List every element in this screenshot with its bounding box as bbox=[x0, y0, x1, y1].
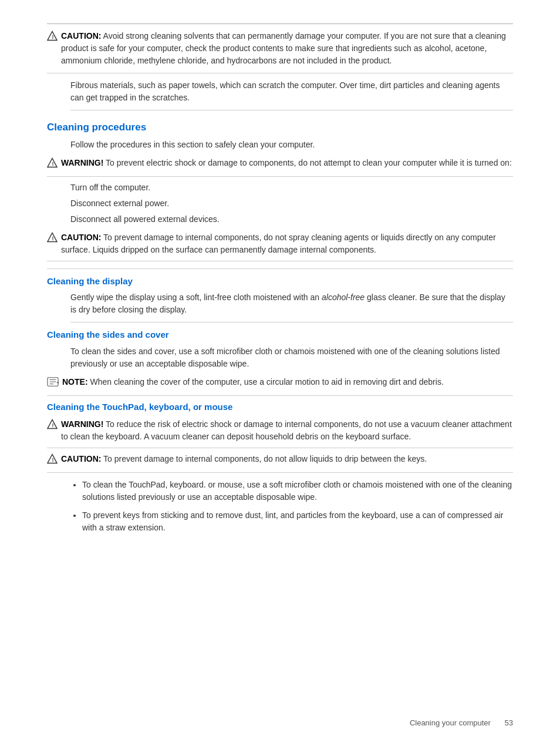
caution-body-2: To prevent damage to internal components… bbox=[61, 233, 496, 254]
cleaning-touchpad-heading: Cleaning the TouchPad, keyboard, or mous… bbox=[47, 401, 513, 414]
cleaning-procedures-heading: Cleaning procedures bbox=[47, 120, 513, 135]
caution-text-2: CAUTION: To prevent damage to internal c… bbox=[61, 231, 513, 256]
warning-icon-1: ! bbox=[47, 157, 58, 172]
warning-block-2: ! WARNING! To reduce the risk of electri… bbox=[47, 418, 513, 448]
caution-block-3: ! CAUTION: To prevent damage to internal… bbox=[47, 453, 513, 473]
step-2: Disconnect external power. bbox=[70, 197, 513, 210]
warning-block-1: ! WARNING! To prevent electric shock or … bbox=[47, 157, 513, 177]
warning-text-2: WARNING! To reduce the risk of electric … bbox=[61, 418, 513, 443]
bullet-item-1: To clean the TouchPad, keyboard. or mous… bbox=[82, 479, 513, 503]
bullet-item-2: To prevent keys from sticking and to rem… bbox=[82, 509, 513, 534]
svg-text:!: ! bbox=[52, 422, 54, 428]
cleaning-procedures-intro: Follow the procedures in this section to… bbox=[70, 139, 513, 151]
warning-text-1: WARNING! To prevent electric shock or da… bbox=[61, 157, 512, 169]
warning-label-1: WARNING! bbox=[61, 158, 103, 167]
warning-label-2: WARNING! bbox=[61, 419, 103, 429]
warning-body-2: To reduce the risk of electric shock or … bbox=[61, 419, 512, 441]
note-label-1: NOTE: bbox=[62, 377, 88, 387]
svg-text:!: ! bbox=[52, 161, 54, 167]
touchpad-bullet-list: To clean the TouchPad, keyboard. or mous… bbox=[82, 479, 513, 534]
note-body-1: When cleaning the cover of the computer,… bbox=[90, 377, 443, 387]
footer: Cleaning your computer 53 bbox=[410, 717, 513, 729]
svg-text:!: ! bbox=[52, 457, 54, 463]
step-1: Turn off the computer. bbox=[70, 182, 513, 194]
warning-body-1: To prevent electric shock or damage to c… bbox=[106, 158, 512, 167]
cleaning-sides-text: To clean the sides and cover, use a soft… bbox=[70, 345, 513, 370]
footer-page: 53 bbox=[505, 718, 513, 727]
caution-body-3: To prevent damage to internal components… bbox=[103, 454, 427, 463]
top-caution-text: CAUTION: Avoid strong cleaning solvents … bbox=[61, 30, 513, 67]
cleaning-sides-heading: Cleaning the sides and cover bbox=[47, 328, 513, 342]
note-block-1: NOTE: When cleaning the cover of the com… bbox=[47, 376, 513, 396]
svg-text:!: ! bbox=[52, 34, 54, 40]
step-3: Disconnect all powered external devices. bbox=[70, 213, 513, 226]
svg-text:!: ! bbox=[52, 236, 54, 241]
caution-icon-3: ! bbox=[47, 453, 58, 468]
caution-icon-2: ! bbox=[47, 232, 58, 246]
caution-label: CAUTION: bbox=[61, 31, 101, 41]
caution-body: Avoid strong cleaning solvents that can … bbox=[61, 31, 506, 65]
cleaning-display-heading: Cleaning the display bbox=[47, 268, 513, 288]
caution-icon: ! bbox=[47, 31, 58, 45]
footer-text: Cleaning your computer bbox=[410, 718, 491, 727]
caution-label-2: CAUTION: bbox=[61, 233, 101, 242]
note-text-1: NOTE: When cleaning the cover of the com… bbox=[62, 376, 444, 388]
cleaning-display-text: Gently wipe the display using a soft, li… bbox=[70, 291, 513, 322]
warning-icon-2: ! bbox=[47, 419, 58, 433]
fibrous-text: Fibrous materials, such as paper towels,… bbox=[70, 79, 513, 110]
top-caution-block: ! CAUTION: Avoid strong cleaning solvent… bbox=[47, 23, 513, 73]
caution-text-3: CAUTION: To prevent damage to internal c… bbox=[61, 453, 427, 465]
caution-label-3: CAUTION: bbox=[61, 454, 101, 463]
note-icon bbox=[47, 377, 59, 391]
caution-block-2: ! CAUTION: To prevent damage to internal… bbox=[47, 231, 513, 261]
